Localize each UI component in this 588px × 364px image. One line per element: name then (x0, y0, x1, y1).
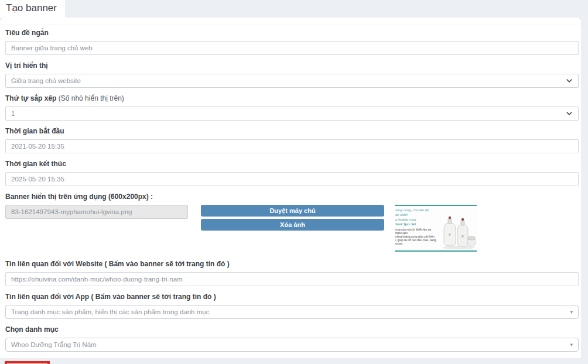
form-card: Tiêu đề ngắn Banner giữa trang chủ web V… (0, 18, 581, 358)
preview-small-text: ưng của món bí khiến làn da thâm sạm. tr… (395, 228, 441, 246)
chevron-down-icon (566, 77, 573, 84)
banner-preview-text: sáng cung, cho làn da ẩn khiết g hoàng c… (395, 208, 441, 250)
caret-down-icon: ▾ (570, 310, 573, 315)
banner-upload-row: 83-1621497943-myphamohui-lgvina.png Duyệ… (5, 205, 579, 252)
short-title-input[interactable]: Banner giữa trang chủ web (5, 41, 579, 55)
page-header: Tạo banner (0, 0, 588, 18)
app-link-label: Tin liên quan đối với App ( Bấm vào bann… (5, 293, 579, 301)
field-end-time: Thời gian kết thúc 2025-05-20 15:35 (5, 160, 579, 186)
annotation-highlight-box: Lưu (5, 361, 50, 364)
svg-text:P: P (449, 232, 451, 237)
field-short-title: Tiêu đề ngắn Banner giữa trang chủ web (5, 29, 579, 55)
category-label: Chọn danh mục (5, 325, 579, 334)
position-label: Vị trí hiển thị (5, 61, 579, 70)
preview-product-bottles-icon: P P (441, 208, 476, 250)
category-select-value: Whoo Dưỡng Trắng Trị Nám (11, 341, 97, 348)
field-category: Chọn danh mục Whoo Dưỡng Trắng Trị Nám ▾ (5, 325, 579, 352)
website-link-input[interactable]: https://ohuivina.com/danh-muc/whoo-duong… (5, 272, 579, 286)
category-select[interactable]: Whoo Dưỡng Trắng Trị Nám ▾ (5, 338, 579, 352)
app-link-select[interactable]: Trang danh mục sản phẩm, hiển thị các sả… (5, 305, 579, 319)
field-sort-order: Thứ tự sắp xếp (Số nhỏ hiển thị trên) 1 (5, 94, 579, 121)
banner-filename-input[interactable]: 83-1621497943-myphamohui-lgvina.png (5, 205, 188, 219)
sort-order-label-bold: Thứ tự sắp xếp (5, 94, 56, 102)
preview-teal-line: Seol 3pcs Set (395, 222, 441, 226)
banner-buttons-column: Duyệt máy chủ Xóa ảnh (201, 205, 384, 233)
save-area: Lưu (5, 361, 579, 364)
start-time-label: Thời gian bắt đầu (5, 127, 579, 135)
preview-small-line: mượt. (395, 242, 441, 246)
website-link-label: Tin liên quan đối với Website ( Bấm vào … (5, 260, 579, 268)
preview-teal-line: g hoàng cung (395, 217, 441, 222)
field-website-link: Tin liên quan đối với Website ( Bấm vào … (5, 260, 579, 286)
sort-order-label: Thứ tự sắp xếp (Số nhỏ hiển thị trên) (5, 94, 579, 102)
sort-order-label-hint: (Số nhỏ hiển thị trên) (59, 94, 124, 102)
preview-teal-line: ẩn khiết (395, 212, 441, 217)
banner-form: Tiêu đề ngắn Banner giữa trang chủ web V… (0, 25, 581, 364)
position-select-value: Giữa trang chủ website (11, 77, 81, 84)
short-title-label: Tiêu đề ngắn (5, 29, 579, 37)
start-time-input[interactable]: 2021-05-20 15:35 (5, 139, 579, 153)
banner-preview-image: sáng cung, cho làn da ẩn khiết g hoàng c… (395, 205, 477, 252)
chevron-down-icon (566, 110, 573, 117)
card-header-strip (0, 18, 581, 25)
preview-teal-line: sáng cung, cho làn da (395, 208, 441, 212)
sort-order-select[interactable]: 1 (5, 107, 579, 121)
end-time-label: Thời gian kết thúc (5, 160, 579, 168)
field-app-link: Tin liên quan đối với App ( Bấm vào bann… (5, 293, 579, 319)
browse-server-button[interactable]: Duyệt máy chủ (201, 205, 384, 217)
field-start-time: Thời gian bắt đầu 2021-05-20 15:35 (5, 127, 579, 153)
caret-down-icon: ▾ (570, 342, 573, 348)
svg-text:P: P (461, 234, 464, 239)
banner-upload-label: Banner hiển thị trên ứng dụng (600x200px… (5, 193, 579, 201)
field-position: Vị trí hiển thị Giữa trang chủ website (5, 61, 579, 88)
app-link-select-value: Trang danh mục sản phẩm, hiển thị các sả… (11, 308, 209, 315)
position-select[interactable]: Giữa trang chủ website (5, 74, 579, 88)
delete-image-button[interactable]: Xóa ảnh (201, 219, 384, 231)
end-time-input[interactable]: 2025-05-20 15:35 (5, 172, 579, 186)
field-banner-upload: Banner hiển thị trên ứng dụng (600x200px… (5, 193, 579, 252)
page-title: Tạo banner (0, 0, 65, 18)
sort-order-select-value: 1 (11, 110, 15, 117)
